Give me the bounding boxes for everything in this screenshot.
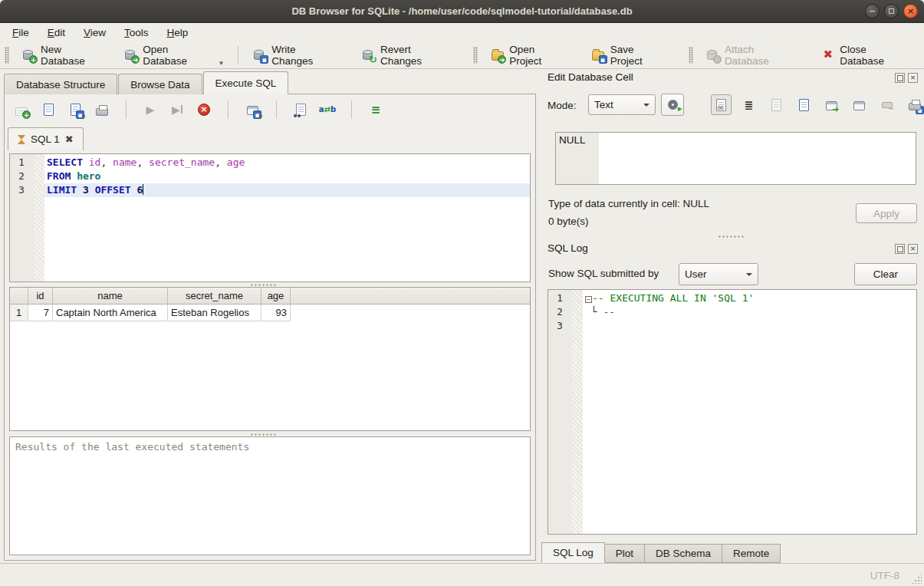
open-project-button[interactable]: ➜ Open Project — [482, 41, 577, 70]
find-icon[interactable] — [291, 100, 310, 119]
column-header[interactable]: name — [53, 288, 168, 305]
execute-all-icon[interactable]: ▶ — [141, 100, 159, 119]
tab-database-structure[interactable]: Database Structure — [4, 74, 117, 94]
close-database-button[interactable]: ✖ Close Database — [813, 41, 921, 70]
open-sql-file-icon[interactable] — [39, 100, 58, 119]
cell-value-editor[interactable]: NULL — [555, 132, 916, 185]
splitter-handle[interactable] — [718, 235, 744, 239]
table-cell[interactable]: Captain North America — [53, 305, 168, 321]
sql-tabbar: SQL 1 ✖ — [8, 127, 84, 150]
minimize-button[interactable]: − — [865, 4, 880, 18]
dock-tab-plot[interactable]: Plot — [605, 544, 645, 563]
dock-tab-db-schema[interactable]: DB Schema — [645, 544, 722, 563]
auto-switch-mode-button[interactable] — [661, 94, 684, 116]
code-line[interactable]: 2FROM hero — [10, 170, 530, 183]
dock-tab-remote[interactable]: Remote — [722, 544, 781, 563]
export-icon[interactable]: ➜ — [821, 94, 842, 115]
open-database-button[interactable]: ➜ Open Database ▼ — [116, 41, 232, 70]
float-panel-icon[interactable] — [895, 244, 905, 254]
clear-log-button[interactable]: Clear — [854, 263, 917, 285]
results-grid-content: idnamesecret_nameage17Captain North Amer… — [10, 288, 530, 321]
close-database-icon: ✖ — [820, 48, 835, 62]
attach-database-button[interactable]: Attach Database — [698, 41, 808, 70]
column-header[interactable]: secret_name — [168, 288, 261, 305]
menu-edit[interactable]: Edit — [40, 25, 73, 40]
sql-log-view[interactable]: 1−-- EXECUTING ALL IN 'SQL 1'2 └ --3 — [547, 289, 917, 535]
new-database-icon: + — [21, 48, 36, 62]
stop-execution-icon[interactable]: × — [195, 100, 213, 119]
open-database-dropdown-icon[interactable]: ▼ — [218, 60, 224, 67]
maximize-button[interactable] — [884, 4, 899, 18]
table-cell[interactable]: Esteban Rogelios — [168, 305, 261, 321]
attach-database-icon — [705, 48, 720, 62]
tab-close-icon[interactable]: ✖ — [65, 134, 74, 144]
link-icon[interactable]: ∞ — [849, 94, 870, 115]
new-database-button[interactable]: + New Database — [14, 41, 116, 70]
table-cell[interactable]: 7 — [28, 305, 53, 321]
column-header[interactable]: id — [28, 288, 53, 305]
save-as-icon[interactable]: ▪ — [794, 94, 814, 115]
toolbar-grip[interactable] — [5, 47, 9, 64]
save-results-icon[interactable]: ▪▼ — [243, 100, 261, 119]
gear-icon — [668, 100, 678, 110]
sql-document-tab[interactable]: SQL 1 ✖ — [8, 127, 84, 150]
cell-value: NULL — [559, 134, 586, 146]
encoding-indicator: UTF-8 — [870, 570, 899, 581]
code-line[interactable]: 1SELECT id, name, secret_name, age — [10, 156, 530, 170]
find-replace-icon[interactable]: a⇄b — [318, 100, 337, 119]
resize-grip[interactable] — [911, 573, 922, 584]
fold-collapse-icon[interactable]: − — [585, 296, 592, 303]
titlebar[interactable]: DB Browser for SQLite - /home/user/code/… — [0, 0, 924, 23]
window-title: DB Browser for SQLite - /home/user/code/… — [291, 5, 632, 17]
main-tabbar: Database Structure Browse Data Execute S… — [4, 71, 289, 94]
log-filter-select[interactable]: User — [679, 263, 758, 285]
sql-toolbar: + ▪▼ ▶ ▶ × ▪▼ a⇄b ≡ — [12, 98, 529, 121]
execute-current-line-icon[interactable]: ▶ — [168, 100, 186, 119]
dock-tab-sql-log[interactable]: SQL Log — [541, 542, 605, 563]
print-sql-icon[interactable] — [93, 100, 111, 119]
sql-editor-lines: 1SELECT id, name, secret_name, age2FROM … — [10, 154, 530, 197]
execute-sql-panel: + ▪▼ ▶ ▶ × ▪▼ a⇄b ≡ SQL 1 ✖ — [4, 94, 536, 561]
menu-view[interactable]: View — [76, 25, 113, 40]
close-button[interactable]: × — [903, 4, 918, 18]
set-null-icon[interactable] — [876, 94, 897, 115]
word-wrap-icon[interactable]: ≣ — [738, 94, 759, 115]
db-browser-window: DB Browser for SQLite - /home/user/code/… — [0, 0, 924, 586]
code-line[interactable]: 3LIMIT 3 OFFSET 6 — [10, 183, 530, 197]
log-line[interactable]: 2 └ -- — [548, 305, 916, 319]
results-message-box[interactable]: Results of the last executed statements — [9, 436, 531, 555]
table-cell[interactable]: 93 — [261, 305, 291, 321]
maximize-icon — [889, 8, 894, 14]
log-line[interactable]: 3 — [548, 319, 916, 333]
log-line[interactable]: 1−-- EXECUTING ALL IN 'SQL 1' — [548, 291, 916, 305]
apply-button[interactable]: Apply — [856, 203, 917, 223]
save-sql-file-icon[interactable]: ▪▼ — [66, 100, 84, 119]
log-filter-label: Show SQL submitted by — [548, 268, 659, 279]
format-sql-icon[interactable]: ≡ — [367, 100, 385, 119]
results-grid[interactable]: idnamesecret_nameage17Captain North Amer… — [9, 287, 531, 431]
menu-help[interactable]: Help — [159, 25, 196, 40]
sql-log-lines: 1−-- EXECUTING ALL IN 'SQL 1'2 └ --3 — [548, 290, 916, 333]
toolbar-grip[interactable] — [689, 47, 693, 64]
menu-tools[interactable]: Tools — [117, 25, 156, 40]
close-panel-icon[interactable]: × — [908, 244, 918, 254]
column-header[interactable]: age — [261, 288, 291, 305]
new-sql-tab-icon[interactable]: + — [12, 100, 31, 119]
table-row[interactable]: 17Captain North AmericaEsteban Rogelios9… — [10, 305, 530, 321]
toolbar-grip[interactable] — [473, 47, 478, 64]
write-changes-button[interactable]: ▪ Write Changes — [245, 41, 347, 70]
float-panel-icon[interactable] — [895, 73, 905, 83]
menu-file[interactable]: File — [5, 25, 37, 40]
menubar: File Edit View Tools Help — [0, 24, 924, 41]
open-file-icon[interactable]: ▼ — [766, 94, 787, 115]
mode-select[interactable]: Text — [588, 94, 656, 115]
close-panel-icon[interactable]: × — [908, 73, 918, 83]
open-project-icon: ➜ — [490, 48, 505, 62]
revert-changes-button[interactable]: ↻ Revert Changes — [353, 41, 462, 70]
tab-execute-sql[interactable]: Execute SQL — [203, 71, 289, 94]
chevron-down-icon — [643, 104, 649, 107]
sql-editor[interactable]: 1SELECT id, name, secret_name, age2FROM … — [9, 153, 531, 282]
window-controls: − × — [865, 4, 918, 18]
save-project-button[interactable]: ▪ Save Project — [584, 41, 676, 70]
tab-browse-data[interactable]: Browse Data — [118, 74, 202, 94]
